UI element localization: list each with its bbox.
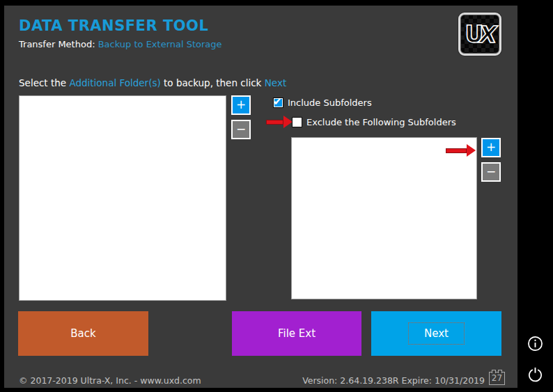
red-arrow-exclude-icon [266,116,293,128]
red-arrow-add-icon [446,144,476,157]
info-icon[interactable] [527,336,543,352]
back-button[interactable]: Back [18,311,148,356]
ux-logo-text: UX [465,21,494,48]
page-title: DATA TRANSFER TOOL [19,17,208,34]
checkmark-icon: ✔ [273,95,282,108]
next-button[interactable]: Next [371,311,501,356]
include-subfolders-row[interactable]: ✔ Include Subfolders [273,97,372,108]
exclude-subfolders-row[interactable]: ✔ Exclude the Following Subfolders [292,117,456,127]
include-subfolders-label: Include Subfolders [288,97,372,108]
include-subfolders-checkbox[interactable]: ✔ [273,97,283,108]
remove-exclude-subfolder-button[interactable]: − [481,162,501,182]
app-window: DATA TRANSFER TOOL Transfer Method: Back… [0,0,553,392]
main-panel: DATA TRANSFER TOOL Transfer Method: Back… [4,6,517,388]
additional-folders-link: Additional Folder(s) [69,77,160,88]
instruction-text: Select the Additional Folder(s) to backu… [19,77,286,88]
file-ext-button[interactable]: File Ext [232,311,361,356]
exclude-subfolders-checkbox[interactable]: ✔ [292,117,302,127]
copyright-text: © 2017-2019 Ultra-X, Inc. - www.uxd.com [19,375,201,386]
transfer-method-label: Transfer Method: [19,39,98,49]
additional-folders-list[interactable] [19,95,226,301]
next-link: Next [265,77,286,88]
transfer-method-value: Backup to External Storage [98,39,222,49]
exclude-subfolders-label: Exclude the Following Subfolders [306,117,456,127]
sidebar [517,0,553,392]
calendar-days-icon: 27 [489,372,505,385]
remove-folder-button[interactable]: − [231,120,251,139]
transfer-method-line: Transfer Method: Backup to External Stor… [19,39,222,49]
add-exclude-subfolder-button[interactable]: + [481,138,501,157]
version-text: Version: 2.64.19.238R Expire: 10/31/2019 [302,375,485,386]
exclude-subfolders-list[interactable] [291,137,477,299]
power-icon[interactable] [527,366,543,382]
ux-logo: UX [458,13,501,56]
add-folder-button[interactable]: + [231,95,251,115]
